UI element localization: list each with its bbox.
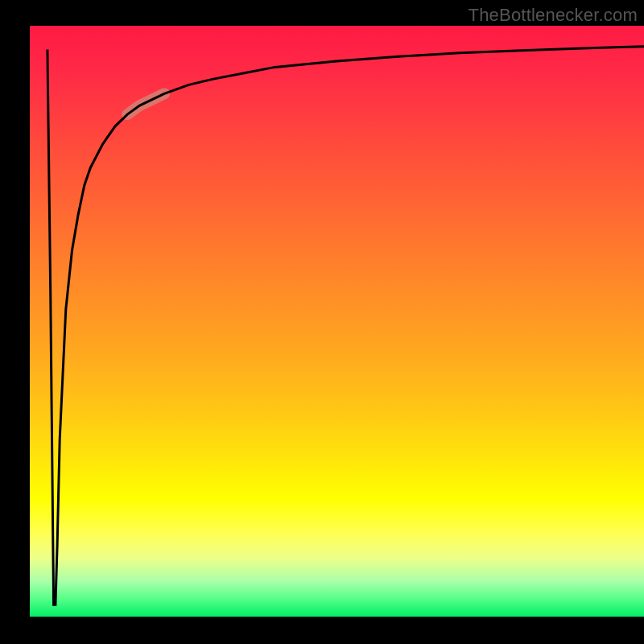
chart-container: TheBottlenecker.com [0,0,644,644]
x-axis [27,617,644,619]
y-axis [27,26,30,617]
attribution-text: TheBottlenecker.com [469,5,638,26]
plot-gradient-background [29,26,644,617]
